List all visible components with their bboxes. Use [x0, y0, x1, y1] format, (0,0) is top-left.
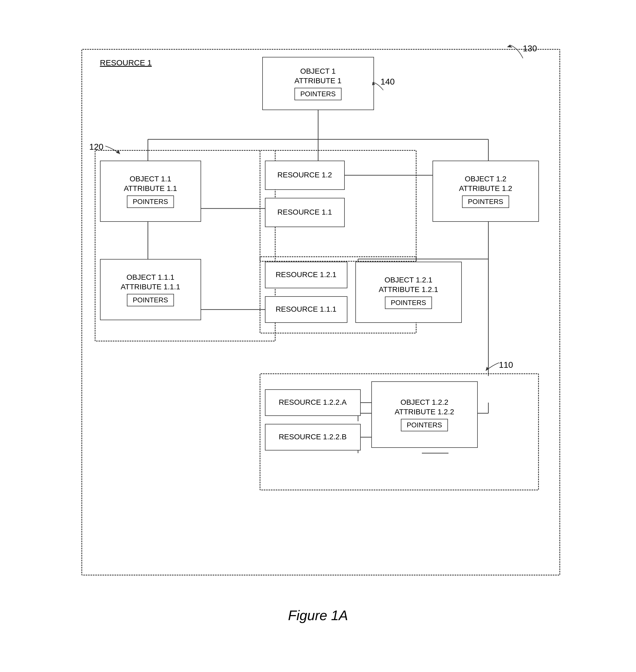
figure-caption: Figure 1A: [288, 607, 348, 623]
arrow-140-svg: [370, 80, 391, 96]
resource122b-label: RESOURCE 1.2.2.B: [279, 432, 346, 442]
object12-box: OBJECT 1.2 ATTRIBUTE 1.2 POINTERS: [433, 161, 539, 222]
resource121-label: RESOURCE 1.2.1: [276, 270, 337, 280]
arrow-110-svg: [483, 358, 504, 373]
object121-line1: OBJECT 1.2.1: [384, 275, 432, 285]
object1-line1: OBJECT 1: [300, 66, 336, 76]
svg-marker-19: [507, 45, 512, 47]
object111-line2: ATTRIBUTE 1.1.1: [121, 282, 180, 292]
object122-line2: ATTRIBUTE 1.2.2: [395, 407, 454, 417]
resource111-box: RESOURCE 1.1.1: [265, 296, 347, 323]
resource122b-box: RESOURCE 1.2.2.B: [265, 424, 361, 450]
diagram-area: 130 RESOURCE 1 OBJECT 1 ATTRIBUTE 1 POIN…: [65, 28, 571, 599]
object1-box: OBJECT 1 ATTRIBUTE 1 POINTERS: [262, 57, 374, 110]
object12-line2: ATTRIBUTE 1.2: [459, 184, 512, 193]
resource11-box: RESOURCE 1.1: [265, 198, 345, 227]
object111-pointers: POINTERS: [127, 294, 174, 306]
resource12-box: RESOURCE 1.2: [265, 161, 345, 190]
object111-box: OBJECT 1.1.1 ATTRIBUTE 1.1.1 POINTERS: [100, 259, 201, 320]
object1-line2: ATTRIBUTE 1: [295, 76, 341, 86]
object11-line2: ATTRIBUTE 1.1: [124, 184, 177, 193]
resource122a-box: RESOURCE 1.2.2.A: [265, 389, 361, 416]
object121-pointers: POINTERS: [385, 297, 432, 309]
object11-pointers: POINTERS: [127, 196, 174, 208]
resource122a-label: RESOURCE 1.2.2.A: [279, 398, 346, 407]
object11-line1: OBJECT 1.1: [130, 174, 171, 184]
resource111-label: RESOURCE 1.1.1: [276, 305, 337, 314]
object122-line1: OBJECT 1.2.2: [400, 398, 448, 407]
resource12-label: RESOURCE 1.2: [277, 170, 332, 180]
object121-box: OBJECT 1.2.1 ATTRIBUTE 1.2.1 POINTERS: [355, 262, 462, 323]
object12-pointers: POINTERS: [462, 196, 509, 208]
object12-line1: OBJECT 1.2: [465, 174, 506, 184]
object111-line1: OBJECT 1.1.1: [126, 272, 174, 282]
resource11-label: RESOURCE 1.1: [277, 207, 332, 217]
object11-box: OBJECT 1.1 ATTRIBUTE 1.1 POINTERS: [100, 161, 201, 222]
object122-box: OBJECT 1.2.2 ATTRIBUTE 1.2.2 POINTERS: [371, 381, 478, 448]
object121-line2: ATTRIBUTE 1.2.1: [379, 285, 438, 294]
resource121-box: RESOURCE 1.2.1: [265, 262, 347, 288]
object122-pointers: POINTERS: [401, 419, 448, 431]
resource1-label: RESOURCE 1: [100, 58, 152, 67]
object1-pointers: POINTERS: [295, 88, 341, 100]
svg-marker-22: [486, 367, 489, 371]
page: 130 RESOURCE 1 OBJECT 1 ATTRIBUTE 1 POIN…: [25, 17, 611, 655]
